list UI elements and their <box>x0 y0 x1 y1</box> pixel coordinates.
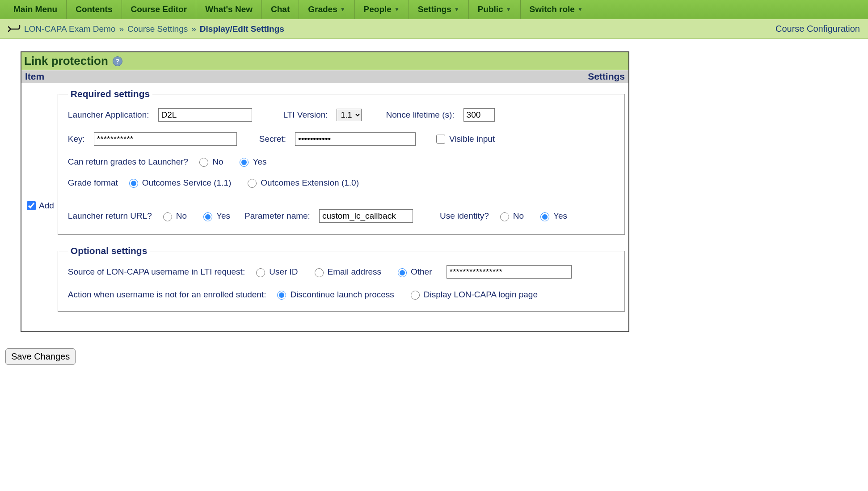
breadcrumb-bar: LON-CAPA Exam Demo » Course Settings » D… <box>0 19 868 39</box>
source-email-radio[interactable] <box>315 268 324 277</box>
grade-format-label: Grade format <box>68 178 118 188</box>
breadcrumb-item[interactable]: LON-CAPA Exam Demo <box>24 24 115 34</box>
optional-settings-fieldset: Optional settings Source of LON-CAPA use… <box>58 246 625 312</box>
return-url-label: Launcher return URL? <box>68 211 152 221</box>
help-icon[interactable]: ? <box>113 56 122 66</box>
use-identity-no-radio[interactable] <box>500 212 509 221</box>
chevron-down-icon: ▼ <box>454 6 459 13</box>
top-nav: Main Menu Contents Course Editor What's … <box>0 0 868 19</box>
grade-format-service-radio[interactable] <box>129 179 138 188</box>
save-changes-button[interactable]: Save Changes <box>5 348 76 365</box>
breadcrumb-sep: » <box>119 24 124 34</box>
lti-version-label: LTI Version: <box>283 110 328 120</box>
col-settings: Settings <box>588 71 625 82</box>
nav-switch-role[interactable]: Switch role▼ <box>521 0 592 19</box>
chevron-down-icon: ▼ <box>577 6 583 13</box>
nav-public[interactable]: Public▼ <box>469 0 521 19</box>
nav-course-editor[interactable]: Course Editor <box>122 0 197 19</box>
param-name-input[interactable] <box>319 209 413 223</box>
nav-grades[interactable]: Grades▼ <box>299 0 354 19</box>
source-other-radio[interactable] <box>398 268 407 277</box>
nonce-input[interactable] <box>463 108 495 122</box>
action-display-login-radio[interactable] <box>411 291 420 300</box>
launcher-app-label: Launcher Application: <box>68 110 149 120</box>
source-other-input[interactable] <box>447 265 572 279</box>
source-label: Source of LON-CAPA username in LTI reque… <box>68 267 245 277</box>
nav-contents[interactable]: Contents <box>67 0 122 19</box>
required-settings-fieldset: Required settings Launcher Application: … <box>58 89 625 235</box>
visible-input-label: Visible input <box>449 134 495 144</box>
visible-input-checkbox[interactable] <box>436 135 445 144</box>
nav-settings[interactable]: Settings▼ <box>409 0 469 19</box>
col-item: Item <box>25 71 44 82</box>
return-grades-label: Can return grades to Launcher? <box>68 157 188 167</box>
add-label: Add <box>39 201 54 211</box>
launcher-app-input[interactable] <box>158 108 252 122</box>
optional-legend: Optional settings <box>68 246 150 256</box>
secret-label: Secret: <box>259 134 286 144</box>
nav-people[interactable]: People▼ <box>355 0 409 19</box>
page-context-label: Course Configuration <box>775 24 860 34</box>
link-protection-panel: Link protection ? Item Settings Add Requ… <box>21 51 629 332</box>
return-url-yes-radio[interactable] <box>203 212 212 221</box>
key-input[interactable] <box>94 132 237 146</box>
source-userid-radio[interactable] <box>256 268 265 277</box>
nav-whats-new[interactable]: What's New <box>196 0 262 19</box>
action-label: Action when username is not for an enrol… <box>68 290 266 300</box>
chevron-down-icon: ▼ <box>340 6 346 13</box>
breadcrumb-sep: » <box>191 24 196 34</box>
nav-chat[interactable]: Chat <box>262 0 299 19</box>
lti-version-select[interactable]: 1.1 <box>337 109 362 121</box>
param-name-label: Parameter name: <box>244 211 310 221</box>
breadcrumb-item[interactable]: Course Settings <box>127 24 188 34</box>
panel-title: Link protection ? <box>21 52 628 70</box>
panel-column-header: Item Settings <box>21 70 628 83</box>
use-identity-label: Use identity? <box>440 211 489 221</box>
return-url-no-radio[interactable] <box>163 212 172 221</box>
secret-input[interactable] <box>295 132 416 146</box>
chevron-down-icon: ▼ <box>506 6 511 13</box>
return-arrow-icon[interactable] <box>8 25 21 33</box>
return-grades-no-radio[interactable] <box>199 158 208 167</box>
use-identity-yes-radio[interactable] <box>540 212 549 221</box>
key-label: Key: <box>68 134 85 144</box>
breadcrumb-current: Display/Edit Settings <box>200 24 284 34</box>
grade-format-extension-radio[interactable] <box>248 179 257 188</box>
nonce-label: Nonce lifetime (s): <box>386 110 454 120</box>
add-checkbox[interactable] <box>27 201 36 210</box>
required-legend: Required settings <box>68 89 152 99</box>
return-grades-yes-radio[interactable] <box>240 158 249 167</box>
nav-main-menu[interactable]: Main Menu <box>4 0 67 19</box>
chevron-down-icon: ▼ <box>394 6 400 13</box>
action-discontinue-radio[interactable] <box>277 291 286 300</box>
